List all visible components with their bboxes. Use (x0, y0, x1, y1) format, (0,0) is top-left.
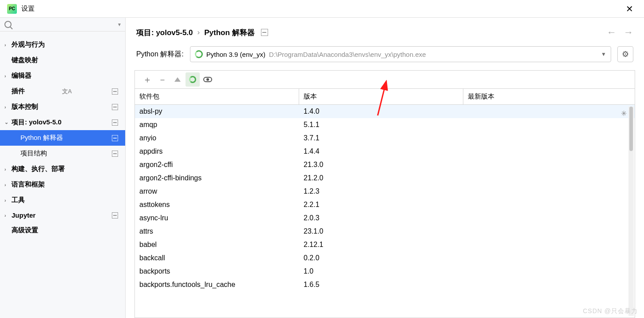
search-icon (4, 21, 12, 28)
column-name[interactable]: 软件包 (135, 89, 299, 104)
sidebar-item-label: 外观与行为 (12, 40, 45, 49)
conda-filter-button[interactable] (186, 72, 200, 87)
breadcrumb-project: 项目: yolov5-5.0 (136, 28, 193, 38)
sidebar-item-label: 项目: yolov5-5.0 (12, 118, 62, 127)
table-row[interactable]: async-lru2.0.3 (135, 211, 635, 225)
cell-latest (463, 187, 635, 196)
sidebar-item-8[interactable]: ›构建、执行、部署 (0, 161, 125, 177)
cell-name: async-lru (135, 213, 299, 223)
sidebar-item-7[interactable]: 项目结构 (0, 146, 125, 161)
breadcrumb-bar: 项目: yolov5-5.0 › Python 解释器 ← → (126, 18, 644, 46)
chevron-icon: › (4, 213, 10, 218)
sidebar-item-3[interactable]: 插件文A (0, 83, 125, 99)
table-row[interactable]: backcall0.2.0 (135, 251, 635, 265)
cell-latest (463, 120, 635, 130)
sidebar-item-0[interactable]: ›外观与行为 (0, 37, 125, 52)
scope-icon (112, 104, 118, 110)
table-row[interactable]: appdirs1.4.4 (135, 145, 635, 158)
cell-name: argon2-cffi-bindings (135, 173, 299, 183)
cell-latest (463, 147, 635, 156)
scope-icon (112, 119, 118, 126)
cell-version: 2.0.3 (299, 213, 463, 223)
search-row: ▾ (0, 18, 125, 32)
triangle-up-icon (174, 77, 181, 82)
sidebar-item-label: 编辑器 (12, 72, 32, 80)
sidebar-item-label: 语言和框架 (12, 180, 45, 189)
table-row[interactable]: asttokens2.2.1 (135, 198, 635, 211)
table-row[interactable]: attrs23.1.0 (135, 225, 635, 238)
sidebar-item-label: 版本控制 (12, 103, 38, 111)
sidebar-item-label: 插件 (12, 87, 25, 95)
sidebar-item-10[interactable]: ›工具 (0, 192, 125, 208)
cell-latest (463, 280, 635, 290)
scope-icon (112, 135, 118, 141)
window-title: 设置 (21, 4, 35, 13)
cell-version: 1.4.0 (299, 107, 463, 116)
table-row[interactable]: arrow1.2.3 (135, 185, 635, 198)
loading-spinner-icon: ✳ (621, 109, 627, 118)
add-package-button[interactable]: ＋ (140, 72, 154, 87)
remove-package-button[interactable]: － (155, 72, 170, 87)
table-row[interactable]: babel2.12.1 (135, 238, 635, 251)
column-version[interactable]: 版本 (299, 89, 463, 104)
sidebar-item-label: 构建、执行、部署 (12, 165, 65, 173)
chevron-icon: › (4, 198, 10, 203)
app-icon: PC (7, 4, 17, 14)
table-row[interactable]: amqp5.1.1 (135, 118, 635, 131)
interpreter-settings-button[interactable]: ⚙ (617, 46, 633, 62)
table-row[interactable]: argon2-cffi21.3.0 (135, 158, 635, 171)
table-header: 软件包 版本 最新版本 (135, 89, 635, 105)
sidebar-item-label: Python 解释器 (20, 134, 63, 142)
sidebar-item-6[interactable]: Python 解释器 (0, 130, 125, 146)
cell-latest (463, 253, 635, 263)
cell-name: asttokens (135, 200, 299, 210)
column-latest[interactable]: 最新版本 (463, 89, 635, 104)
settings-tree: ›外观与行为键盘映射›编辑器插件文A›版本控制⌄项目: yolov5-5.0Py… (0, 32, 125, 238)
upgrade-package-button[interactable] (170, 72, 185, 87)
cell-name: arrow (135, 187, 299, 196)
chevron-icon: › (4, 42, 10, 48)
scope-icon (261, 29, 268, 36)
cell-name: backports.functools_lru_cache (135, 280, 299, 290)
sidebar-item-label: 键盘映射 (12, 56, 38, 64)
scrollbar-thumb[interactable] (629, 107, 633, 151)
table-row[interactable]: absl-py1.4.0 (135, 105, 635, 118)
sidebar-item-9[interactable]: ›语言和框架 (0, 177, 125, 192)
cell-latest (463, 107, 635, 116)
table-row[interactable]: backports1.0 (135, 265, 635, 278)
close-icon[interactable]: ✕ (622, 4, 637, 14)
sidebar-item-label: 工具 (12, 196, 25, 204)
scope-icon (112, 88, 118, 95)
sidebar-item-5[interactable]: ⌄项目: yolov5-5.0 (0, 115, 125, 130)
chevron-down-icon[interactable]: ▾ (118, 21, 121, 28)
sidebar-item-12[interactable]: 高级设置 (0, 223, 125, 238)
forward-button[interactable]: → (624, 27, 633, 38)
sidebar-item-1[interactable]: 键盘映射 (0, 52, 125, 68)
scrollbar[interactable] (628, 107, 634, 316)
cell-name: babel (135, 240, 299, 250)
package-toolbar: ＋ － (134, 70, 635, 88)
gear-icon: ⚙ (622, 49, 629, 59)
table-row[interactable]: anyio3.7.1 (135, 131, 635, 145)
back-button[interactable]: ← (607, 27, 616, 38)
cell-version: 1.2.3 (299, 187, 463, 196)
titlebar: PC 设置 ✕ (0, 0, 644, 18)
cell-latest (463, 200, 635, 210)
sidebar-item-11[interactable]: ›Jupyter (0, 208, 125, 223)
interpreter-select[interactable]: Python 3.9 (env_yx) D:\ProgramData\Anaco… (190, 46, 611, 62)
cell-name: anyio (135, 133, 299, 143)
sidebar-item-2[interactable]: ›编辑器 (0, 68, 125, 83)
conda-icon (189, 76, 196, 83)
breadcrumb-page: Python 解释器 (204, 28, 254, 38)
sidebar-item-4[interactable]: ›版本控制 (0, 99, 125, 115)
table-row[interactable]: backports.functools_lru_cache1.6.5 (135, 278, 635, 291)
show-early-releases-button[interactable] (201, 72, 215, 87)
chevron-icon: › (4, 104, 10, 110)
chevron-down-icon: ▼ (601, 51, 606, 57)
search-input[interactable] (14, 20, 115, 28)
cell-latest (463, 213, 635, 223)
cell-version: 2.2.1 (299, 200, 463, 210)
chevron-icon: › (4, 167, 10, 172)
table-row[interactable]: argon2-cffi-bindings21.2.0 (135, 171, 635, 185)
cell-name: absl-py (135, 107, 299, 116)
